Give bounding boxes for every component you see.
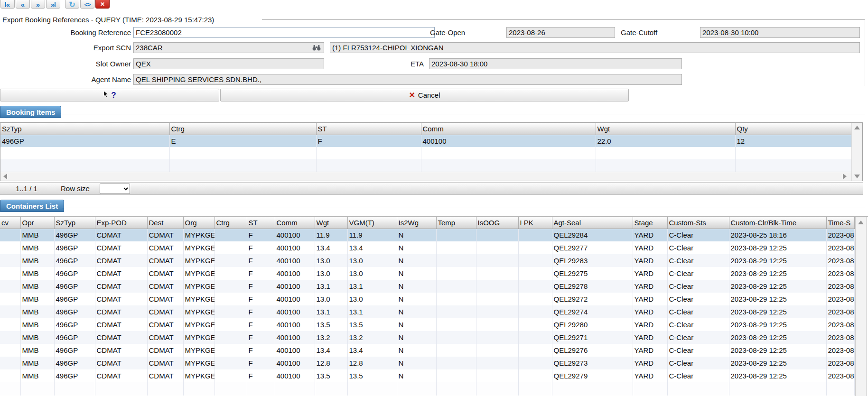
cell: MMB [20,369,54,382]
vessel-voyage-input[interactable] [330,42,860,53]
cell [518,331,552,344]
cell: QEL29280 [552,318,633,331]
cell: 496GP [0,135,169,147]
cell [436,254,476,267]
column-header[interactable]: Comm [421,123,596,135]
cell [0,267,20,280]
refresh-button[interactable]: ↻ [65,0,79,9]
agent-name-input[interactable] [133,74,682,85]
column-header[interactable]: SzTyp [0,123,169,135]
column-header[interactable]: Org [183,217,215,229]
container-row[interactable]: MMB496GPCDMATCDMATMYPKGEF40010013.013.0N… [0,293,854,305]
cell: CDMAT [95,357,147,369]
column-header[interactable]: Opr [20,217,54,229]
column-header[interactable]: Ctrg [169,123,316,135]
row-size-select[interactable] [100,184,130,194]
column-header[interactable]: Custom-Sts [667,217,729,229]
view-source-button[interactable]: <> [80,0,94,9]
eta-input[interactable] [429,58,682,69]
column-header[interactable]: Custom-Clr/Blk-Time [729,217,826,229]
cell: F [247,241,275,254]
container-row[interactable]: MMB496GPCDMATCDMATMYPKGEF40010013.513.5N… [0,369,854,382]
column-header[interactable]: IsOOG [476,217,518,229]
column-header[interactable]: cv [0,217,20,229]
container-row[interactable]: MMB496GPCDMATCDMATMYPKGEF40010013.113.1N… [0,280,854,293]
column-header[interactable]: Qty [735,123,851,135]
column-header[interactable]: VGM(T) [347,217,397,229]
container-row[interactable]: MMB496GPCDMATCDMATMYPKGEF40010013.113.1N… [0,305,854,318]
scroll-right-icon[interactable] [843,174,847,179]
cell [0,254,20,267]
column-header[interactable]: Dest [147,217,183,229]
gate-open-input[interactable] [506,27,615,38]
container-row[interactable]: MMB496GPCDMATCDMATMYPKGEF40010013.013.0N… [0,254,854,267]
booking-reference-label: Booking Reference [46,27,131,38]
cell: QEL29272 [552,293,633,305]
container-row[interactable]: MMB496GPCDMATCDMATMYPKGEF40010013.213.2N… [0,331,854,344]
container-row[interactable]: MMB496GPCDMATCDMATMYPKGEF40010013.413.4N… [0,344,854,357]
cell: N [397,293,436,305]
nav-prev-button[interactable]: « [16,0,30,9]
cell: 496GP [54,357,95,369]
column-header[interactable]: Exp-POD [95,217,147,229]
cell: CDMAT [147,344,183,357]
cell: 496GP [54,293,95,305]
container-row[interactable]: MMB496GPCDMATCDMATMYPKGEF40010013.013.0N… [0,267,854,280]
cell [476,357,518,369]
container-row[interactable]: MMB496GPCDMATCDMATMYPKGEF40010013.413.4N… [0,241,854,254]
booking-items-vscrollbar[interactable] [851,123,862,181]
booking-items-tab[interactable]: Booking Items [0,106,61,118]
container-row[interactable]: MMB496GPCDMATCDMATMYPKGEF40010013.513.5N… [0,318,854,331]
gate-cutoff-input[interactable] [700,27,860,38]
container-row[interactable]: MMB496GPCDMATCDMATMYPKGEF40010012.812.8N… [0,357,854,369]
booking-items-table: SzTypCtrgSTCommWgtQty 496GPEF40010022.01… [0,123,852,172]
cell: MMB [20,318,54,331]
binoculars-lookup-icon[interactable] [312,44,321,51]
cell: CDMAT [147,267,183,280]
window-toolbar: « « » » ↻ <> ✕ [0,0,868,9]
scroll-left-icon[interactable] [3,174,7,179]
booking-reference-input[interactable] [133,27,435,38]
column-header[interactable]: Temp [436,217,476,229]
cell: MYPKGE [183,293,215,305]
column-header[interactable]: Is2Wg [397,217,436,229]
cell: 13.5 [315,318,347,331]
cell: CDMAT [147,318,183,331]
cancel-button[interactable]: ✕ Cancel [220,89,629,101]
column-header[interactable]: Wgt [315,217,347,229]
cell [215,293,247,305]
scroll-up-icon[interactable] [858,221,864,224]
column-header[interactable]: Wgt [596,123,735,135]
slot-owner-input[interactable] [133,58,324,69]
column-header[interactable]: LPK [518,217,552,229]
export-booking-window: « « » » ↻ <> ✕ Export Booking References… [0,0,868,396]
nav-last-button[interactable]: » [46,0,60,9]
column-header[interactable]: Agt-Seal [552,217,633,229]
cell: MYPKGE [183,280,215,293]
cell: 2023-08 [826,241,854,254]
column-header[interactable]: Stage [633,217,667,229]
cell: MMB [20,305,54,318]
column-header[interactable]: Comm [275,217,315,229]
booking-items-hscrollbar[interactable] [0,172,851,181]
close-button[interactable]: ✕ [95,0,110,9]
cell: 2023-08 [826,267,854,280]
column-header[interactable]: Ctrg [215,217,247,229]
column-header[interactable]: SzTyp [54,217,95,229]
cell: 13.0 [347,293,397,305]
nav-next-button[interactable]: » [31,0,45,9]
containers-list-vscrollbar[interactable] [855,217,867,396]
column-header[interactable]: Time-S [826,217,854,229]
export-scn-input[interactable] [133,42,324,53]
column-header[interactable]: ST [247,217,275,229]
column-header[interactable]: ST [316,123,421,135]
cell: CDMAT [147,305,183,318]
containers-list-tab[interactable]: Containers List [0,200,64,212]
booking-items-body: 496GPEF40010022.012 [0,135,851,147]
booking-item-row[interactable]: 496GPEF40010022.012 [0,135,851,147]
nav-first-button[interactable]: « [0,0,15,9]
scroll-up-icon[interactable] [854,126,860,129]
help-button[interactable]: ? [0,89,219,101]
scroll-down-icon[interactable] [854,175,860,178]
container-row[interactable]: MMB496GPCDMATCDMATMYPKGEF40010011.911.9N… [0,229,854,241]
